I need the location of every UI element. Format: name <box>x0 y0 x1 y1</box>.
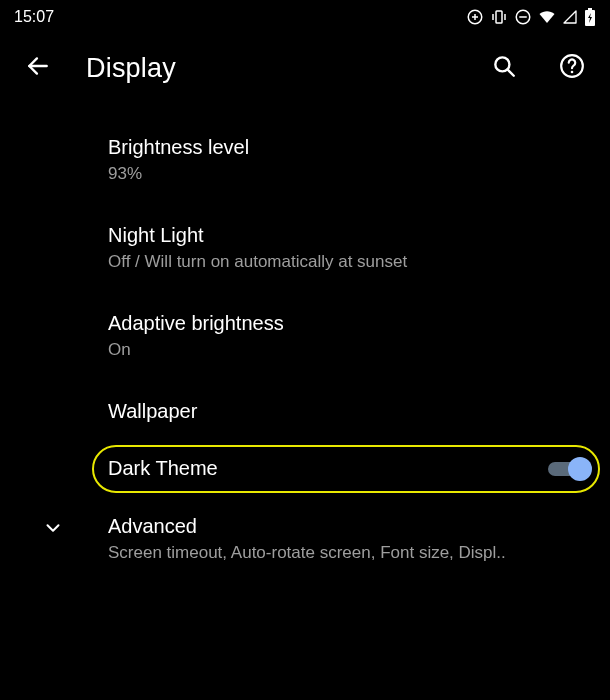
setting-dark-theme[interactable]: Dark Theme <box>0 443 610 495</box>
setting-title: Adaptive brightness <box>108 310 584 337</box>
vibrate-icon <box>490 8 508 26</box>
add-circle-icon <box>466 8 484 26</box>
help-button[interactable] <box>552 48 592 88</box>
setting-title: Dark Theme <box>108 457 218 480</box>
status-bar: 15:07 <box>0 0 610 30</box>
settings-list: Brightness level 93% Night Light Off / W… <box>0 96 610 583</box>
dnd-icon <box>514 8 532 26</box>
svg-line-12 <box>507 69 513 75</box>
svg-rect-3 <box>496 11 502 23</box>
chevron-down-icon <box>42 517 64 543</box>
status-icons <box>466 8 596 26</box>
svg-point-14 <box>571 71 574 74</box>
page-title: Display <box>86 53 456 84</box>
setting-title: Advanced <box>108 513 584 540</box>
setting-advanced[interactable]: Advanced Screen timeout, Auto-rotate scr… <box>0 495 610 583</box>
setting-value: On <box>108 339 584 362</box>
back-button[interactable] <box>18 48 58 88</box>
signal-icon <box>562 9 578 25</box>
app-bar: Display <box>0 30 610 96</box>
search-icon <box>491 53 517 83</box>
toggle-thumb <box>568 457 592 481</box>
search-button[interactable] <box>484 48 524 88</box>
help-icon <box>559 53 585 83</box>
setting-summary: Screen timeout, Auto-rotate screen, Font… <box>108 542 584 565</box>
dark-theme-toggle[interactable] <box>548 457 588 481</box>
wifi-icon <box>538 8 556 26</box>
svg-rect-9 <box>588 8 592 10</box>
setting-brightness-level[interactable]: Brightness level 93% <box>0 116 610 204</box>
setting-value: 93% <box>108 163 584 186</box>
setting-night-light[interactable]: Night Light Off / Will turn on automatic… <box>0 204 610 292</box>
arrow-back-icon <box>25 53 51 83</box>
setting-title: Wallpaper <box>108 398 584 425</box>
setting-title: Brightness level <box>108 134 584 161</box>
setting-title: Night Light <box>108 222 584 249</box>
battery-charging-icon <box>584 8 596 26</box>
status-time: 15:07 <box>14 8 54 26</box>
setting-value: Off / Will turn on automatically at suns… <box>108 251 584 274</box>
setting-adaptive-brightness[interactable]: Adaptive brightness On <box>0 292 610 380</box>
setting-wallpaper[interactable]: Wallpaper <box>0 380 610 443</box>
